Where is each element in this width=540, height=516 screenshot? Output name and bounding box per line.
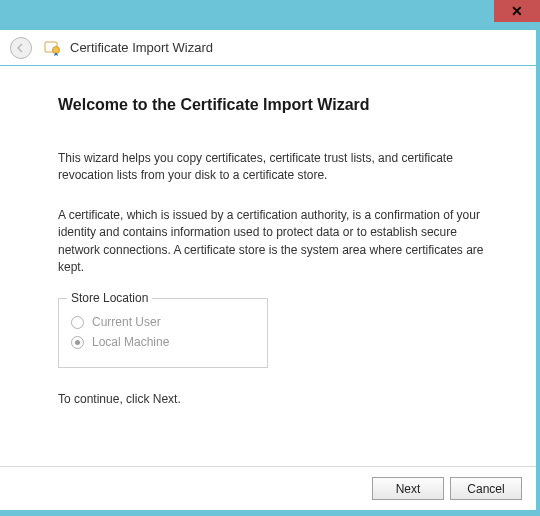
intro-paragraph-2: A certificate, which is issued by a cert… [58,207,492,277]
close-button[interactable]: ✕ [494,0,540,22]
window-border-right [536,30,540,516]
header-bar: Certificate Import Wizard [0,30,540,66]
svg-point-1 [53,46,60,53]
title-bar: ✕ [0,0,540,30]
radio-label-local-machine: Local Machine [92,335,169,349]
radio-icon [71,316,84,329]
radio-local-machine: Local Machine [71,335,255,349]
cancel-button[interactable]: Cancel [450,477,522,500]
radio-selected-dot-icon [75,340,80,345]
button-bar: Next Cancel [0,466,540,510]
certificate-wizard-icon [42,38,62,58]
window-border-bottom [0,510,540,516]
page-heading: Welcome to the Certificate Import Wizard [58,96,492,114]
close-icon: ✕ [511,4,523,18]
radio-label-current-user: Current User [92,315,161,329]
intro-paragraph-1: This wizard helps you copy certificates,… [58,150,492,185]
continue-text: To continue, click Next. [58,392,492,406]
back-button[interactable] [10,37,32,59]
store-location-legend: Store Location [67,291,152,305]
store-location-group: Store Location Current User Local Machin… [58,298,268,368]
radio-current-user: Current User [71,315,255,329]
next-button[interactable]: Next [372,477,444,500]
content-area: Welcome to the Certificate Import Wizard… [0,66,540,426]
arrow-left-icon [15,42,27,54]
radio-icon [71,336,84,349]
header-title: Certificate Import Wizard [70,40,213,55]
